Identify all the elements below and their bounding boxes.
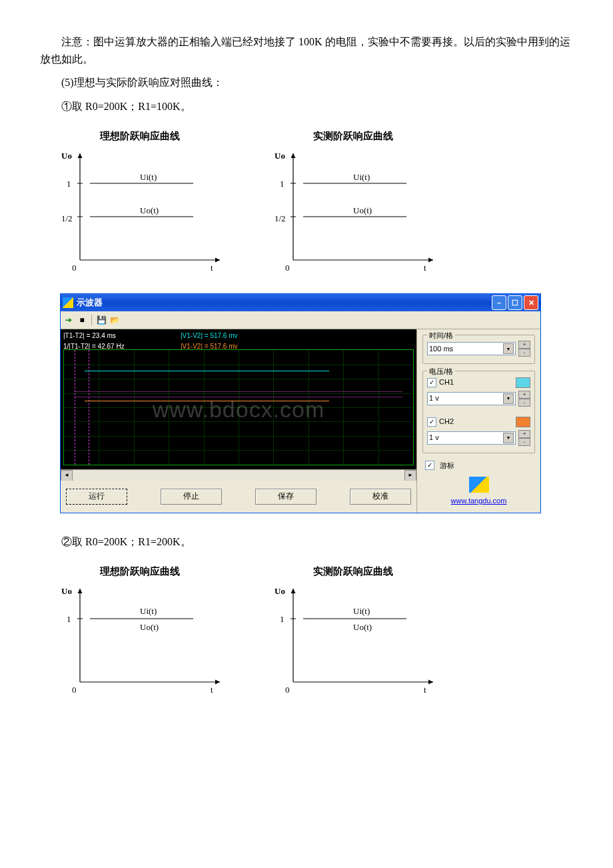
cursor-checkbox[interactable]: ✓ [425, 461, 434, 470]
svg-text:1: 1 [280, 614, 285, 624]
step-response-svg: Uo t 1 1/2 0 Ui(t) Uo(t) [53, 147, 227, 273]
svg-text:0: 0 [72, 685, 77, 695]
svg-text:0: 0 [285, 685, 290, 695]
save-icon[interactable]: 💾 [96, 315, 107, 325]
svg-text:0: 0 [72, 263, 77, 273]
svg-text:t: t [211, 263, 213, 273]
ch1-label: CH1 [439, 377, 454, 389]
open-icon[interactable]: 📂 [109, 315, 120, 325]
svg-text:Uo: Uo [275, 586, 285, 596]
close-button[interactable]: ✕ [524, 295, 538, 310]
oscilloscope-body: |T1-T2| = 23.4 ms 1/|T1-T2| = 42.67 Hz |… [61, 329, 540, 512]
stop-button[interactable]: 停止 [161, 489, 222, 505]
time-per-div-group: 时间/格 100 ms ▼ + - [422, 335, 535, 364]
save-button[interactable]: 保存 [255, 489, 316, 505]
time-label: 时间/格 [427, 330, 455, 342]
time-select[interactable]: 100 ms ▼ [427, 342, 516, 355]
window-title: 示波器 [77, 296, 492, 310]
separator [91, 315, 92, 325]
diagram-title: 实测阶跃响应曲线 [313, 563, 393, 579]
chevron-down-icon[interactable]: ▼ [503, 393, 514, 404]
diagram-title: 理想阶跃响应曲线 [100, 563, 180, 579]
ch2-up-button[interactable]: + [518, 430, 530, 438]
toolbar: ➔ ■ 💾 📂 [61, 311, 540, 329]
ch2-color-swatch[interactable] [516, 417, 530, 427]
trace-ch2 [85, 401, 329, 401]
svg-text:Uo(t): Uo(t) [140, 205, 159, 215]
cursor-v2[interactable] [75, 397, 403, 397]
scope-grid [63, 349, 414, 465]
scope-display: |T1-T2| = 23.4 ms 1/|T1-T2| = 42.67 Hz |… [61, 329, 416, 469]
svg-text:t: t [211, 685, 213, 695]
svg-text:Uo(t): Uo(t) [353, 205, 372, 215]
ch2-checkbox[interactable]: ✓ [427, 417, 436, 427]
svg-text:Uo(t): Uo(t) [353, 622, 372, 632]
paragraph-case1: ①取 R0=200K；R1=100K。 [40, 98, 573, 115]
vendor-logo-icon [469, 477, 489, 493]
svg-text:1/2: 1/2 [275, 213, 286, 223]
svg-text:1: 1 [67, 614, 71, 624]
chevron-down-icon[interactable]: ▼ [503, 433, 514, 443]
ch2-label: CH2 [439, 416, 454, 428]
svg-text:1: 1 [280, 179, 285, 189]
svg-text:Ui(t): Ui(t) [140, 606, 157, 616]
svg-text:t: t [424, 263, 426, 273]
svg-text:Ui(t): Ui(t) [353, 606, 370, 616]
cursor-v1[interactable] [75, 391, 403, 392]
volt-label: 电压/格 [427, 366, 455, 378]
ch1-volt-select[interactable]: 1 v ▼ [427, 392, 516, 405]
svg-text:Uo: Uo [61, 586, 72, 596]
ch2-volt-select[interactable]: 1 v ▼ [427, 431, 516, 445]
svg-text:1: 1 [67, 179, 71, 189]
time-down-button[interactable]: - [518, 349, 530, 357]
oscilloscope-window: 示波器 – ☐ ✕ ➔ ■ 💾 📂 |T1-T2| = 23.4 ms 1/|T… [60, 293, 541, 513]
run-button[interactable]: 运行 [66, 489, 127, 505]
diagram-pair-1: 理想阶跃响应曲线 Uo t 1 1/2 0 Ui(t) Uo(t) 实测阶跃响应… [53, 128, 573, 273]
cursor-t2[interactable] [89, 350, 89, 464]
chevron-down-icon[interactable]: ▼ [503, 343, 514, 354]
svg-text:Ui(t): Ui(t) [353, 172, 370, 182]
paragraph-section: (5)理想与实际阶跃响应对照曲线： [40, 74, 573, 91]
step-response-svg: Uo t 1 0 Ui(t) Uo(t) [53, 582, 227, 695]
svg-text:0: 0 [285, 263, 290, 273]
app-icon [63, 297, 73, 308]
volt-per-div-group: 电压/格 ✓ CH1 1 v ▼ + - [422, 371, 535, 453]
svg-text:Uo: Uo [275, 151, 285, 161]
ch1-up-button[interactable]: + [518, 391, 530, 399]
ch1-checkbox[interactable]: ✓ [427, 378, 436, 387]
vendor-link[interactable]: www.tangdu.com [422, 495, 535, 507]
diagram-title: 实测阶跃响应曲线 [313, 128, 393, 144]
diagram-measured-1: 实测阶跃响应曲线 Uo t 1 1/2 0 Ui(t) Uo(t) [267, 128, 440, 273]
time-up-button[interactable]: + [518, 341, 530, 349]
diagram-ideal-1: 理想阶跃响应曲线 Uo t 1 1/2 0 Ui(t) Uo(t) [53, 128, 227, 273]
stop-icon[interactable]: ■ [77, 315, 87, 325]
calibrate-button[interactable]: 校准 [350, 489, 411, 505]
ch2-down-button[interactable]: - [518, 438, 530, 446]
window-titlebar[interactable]: 示波器 – ☐ ✕ [61, 294, 540, 311]
arrow-right-icon[interactable]: ➔ [63, 315, 74, 325]
cursor-label: 游标 [440, 460, 454, 472]
diagram-ideal-2: 理想阶跃响应曲线 Uo t 1 0 Ui(t) Uo(t) [53, 563, 227, 695]
ch1-down-button[interactable]: - [518, 399, 530, 407]
paragraph-case2: ②取 R0=200K；R1=200K。 [40, 533, 573, 551]
scroll-track[interactable] [73, 470, 404, 481]
step-response-svg: Uo t 1 1/2 0 Ui(t) Uo(t) [267, 147, 440, 273]
svg-text:Ui(t): Ui(t) [140, 172, 157, 182]
svg-text:Uo(t): Uo(t) [140, 622, 159, 632]
cursor-t1[interactable] [75, 350, 75, 464]
horizontal-scrollbar[interactable]: ◄ ► [61, 469, 416, 481]
diagram-title: 理想阶跃响应曲线 [100, 128, 180, 144]
diagram-measured-2: 实测阶跃响应曲线 Uo t 1 0 Ui(t) Uo(t) [267, 563, 440, 695]
maximize-button[interactable]: ☐ [508, 295, 522, 310]
diagram-pair-2: 理想阶跃响应曲线 Uo t 1 0 Ui(t) Uo(t) 实测阶跃响应曲线 U… [53, 563, 573, 695]
svg-text:t: t [424, 685, 426, 695]
step-response-svg: Uo t 1 0 Ui(t) Uo(t) [267, 582, 440, 695]
action-buttons: 运行 停止 保存 校准 [61, 481, 416, 513]
svg-text:Uo: Uo [61, 151, 72, 161]
side-panel: 时间/格 100 ms ▼ + - 电压/格 ✓ CH1 [416, 329, 540, 512]
svg-text:1/2: 1/2 [61, 213, 73, 223]
ch1-color-swatch[interactable] [516, 377, 530, 388]
minimize-button[interactable]: – [492, 295, 506, 310]
paragraph-note: 注意：图中运算放大器的正相输入端已经对地接了 100K 的电阻，实验中不需要再接… [40, 33, 573, 67]
trace-ch1 [85, 371, 329, 371]
